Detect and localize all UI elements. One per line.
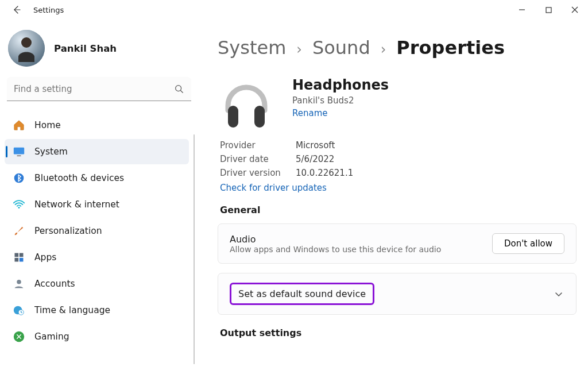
person-icon bbox=[13, 277, 25, 290]
chevron-down-icon bbox=[553, 288, 564, 300]
search-box[interactable] bbox=[7, 77, 191, 101]
svg-rect-4 bbox=[14, 148, 24, 155]
profile-block[interactable]: Pankil Shah bbox=[5, 25, 194, 77]
audio-desc: Allow apps and Windows to use this devic… bbox=[230, 245, 441, 254]
system-icon bbox=[13, 145, 25, 158]
search-input[interactable] bbox=[14, 84, 174, 94]
headphones-icon bbox=[218, 76, 275, 133]
svg-point-12 bbox=[17, 280, 21, 284]
chevron-right-icon: › bbox=[381, 41, 386, 57]
avatar bbox=[8, 30, 45, 67]
svg-point-2 bbox=[21, 37, 32, 48]
audio-title: Audio bbox=[230, 234, 441, 245]
nav-label: Network & internet bbox=[34, 199, 119, 210]
sidebar-scrollbar[interactable] bbox=[194, 134, 195, 364]
svg-rect-10 bbox=[15, 258, 19, 262]
driver-date-label: Driver date bbox=[220, 154, 296, 164]
nav-apps[interactable]: Apps bbox=[5, 245, 189, 270]
close-button[interactable] bbox=[562, 1, 588, 18]
svg-point-7 bbox=[18, 207, 20, 209]
breadcrumb: System › Sound › Properties bbox=[218, 37, 577, 59]
nav-label: Personalization bbox=[34, 226, 102, 236]
svg-rect-0 bbox=[546, 7, 551, 13]
crumb-sound[interactable]: Sound bbox=[312, 37, 370, 59]
close-icon bbox=[571, 6, 578, 13]
nav-label: Apps bbox=[34, 252, 56, 263]
audio-card: Audio Allow apps and Windows to use this… bbox=[218, 223, 577, 264]
home-icon bbox=[13, 119, 25, 132]
user-name: Pankil Shah bbox=[54, 43, 117, 54]
gaming-icon bbox=[13, 330, 25, 343]
svg-rect-17 bbox=[254, 106, 265, 128]
nav-home[interactable]: Home bbox=[5, 113, 189, 138]
window-title: Settings bbox=[33, 6, 64, 14]
nav-accounts[interactable]: Accounts bbox=[5, 271, 189, 296]
brush-icon bbox=[13, 225, 25, 237]
arrow-left-icon bbox=[12, 5, 21, 14]
maximize-icon bbox=[546, 7, 552, 13]
nav-label: Accounts bbox=[34, 279, 75, 289]
globe-clock-icon bbox=[13, 304, 25, 317]
annotation-arrow-icon bbox=[579, 192, 588, 301]
back-button[interactable] bbox=[7, 0, 26, 20]
svg-rect-11 bbox=[20, 258, 24, 262]
dont-allow-button[interactable]: Don't allow bbox=[492, 233, 564, 254]
svg-rect-9 bbox=[20, 253, 24, 257]
nav-system[interactable]: System bbox=[5, 139, 189, 164]
crumb-system[interactable]: System bbox=[218, 37, 286, 59]
crumb-properties: Properties bbox=[396, 37, 505, 59]
nav-time-language[interactable]: Time & language bbox=[5, 298, 189, 323]
output-settings-heading: Output settings bbox=[220, 327, 577, 338]
search-icon bbox=[174, 84, 184, 94]
chevron-right-icon: › bbox=[296, 41, 302, 57]
general-heading: General bbox=[220, 205, 577, 215]
provider-label: Provider bbox=[220, 140, 296, 151]
driver-version-label: Driver version bbox=[220, 168, 296, 178]
device-name: Headphones bbox=[292, 77, 389, 93]
minimize-button[interactable] bbox=[509, 1, 535, 18]
set-default-label: Set as default sound device bbox=[230, 283, 374, 305]
nav-gaming[interactable]: Gaming bbox=[5, 324, 189, 349]
nav-network[interactable]: Network & internet bbox=[5, 192, 189, 217]
driver-date-value: 5/6/2022 bbox=[296, 154, 577, 164]
maximize-button[interactable] bbox=[535, 1, 562, 18]
svg-rect-8 bbox=[15, 253, 19, 257]
nav-label: Gaming bbox=[34, 331, 69, 342]
wifi-icon bbox=[13, 198, 25, 211]
bluetooth-icon bbox=[13, 172, 25, 184]
rename-link[interactable]: Rename bbox=[292, 108, 389, 118]
provider-value: Microsoft bbox=[296, 140, 577, 151]
nav-label: System bbox=[34, 146, 68, 157]
minimize-icon bbox=[519, 6, 525, 13]
check-driver-updates-link[interactable]: Check for driver updates bbox=[220, 183, 577, 193]
svg-point-3 bbox=[176, 85, 181, 91]
nav-bluetooth[interactable]: Bluetooth & devices bbox=[5, 165, 189, 191]
driver-version-value: 10.0.22621.1 bbox=[296, 168, 577, 178]
svg-rect-5 bbox=[17, 155, 21, 156]
svg-rect-16 bbox=[228, 106, 238, 128]
set-default-card[interactable]: Set as default sound device bbox=[218, 273, 577, 315]
nav-label: Bluetooth & devices bbox=[34, 173, 124, 183]
nav-label: Time & language bbox=[34, 305, 110, 315]
nav-label: Home bbox=[34, 120, 61, 130]
device-subname: Pankil's Buds2 bbox=[292, 95, 389, 106]
apps-icon bbox=[13, 251, 25, 264]
nav-personalization[interactable]: Personalization bbox=[5, 218, 189, 244]
